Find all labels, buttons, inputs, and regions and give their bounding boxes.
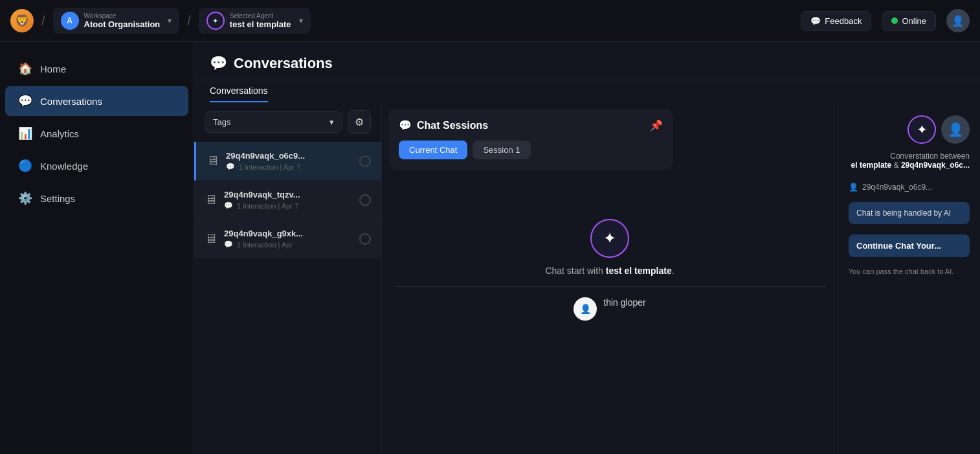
ai-badge-text: Chat is being handled by AI — [856, 209, 951, 218]
workspace-label: Workspace — [84, 12, 161, 19]
tags-dropdown[interactable]: Tags ▾ — [205, 111, 342, 133]
main-layout: 🏠 Home 💬 Conversations 📊 Analytics 🔵 Kno… — [0, 42, 980, 454]
conv-desktop-icon: 🖥 — [206, 153, 219, 168]
list-item[interactable]: 🖥 29q4n9vaqk_g9xk... 💬 1 Interaction | A… — [194, 220, 381, 258]
tab-current-chat[interactable]: Current Chat — [399, 141, 467, 159]
tab-session-1-label: Session 1 — [483, 145, 520, 155]
conv-interaction-icon: 💬 — [224, 240, 233, 249]
conv-item-checkbox[interactable] — [359, 194, 371, 206]
top-navigation: 🦁 / A Workspace Atoot Organisation ▾ / ✦… — [0, 0, 980, 42]
tab-current-chat-label: Current Chat — [409, 145, 457, 155]
online-status: Online — [882, 11, 936, 31]
chat-user-avatar: 👤 — [574, 297, 597, 321]
topnav-user-avatar[interactable]: 👤 — [946, 9, 970, 32]
analytics-icon: 📊 — [18, 126, 32, 141]
user-avatar: 🦁 — [10, 9, 34, 32]
chat-sessions-header: 💬 Chat Sessions 📌 — [399, 119, 663, 131]
continue-chat-label: Continue Chat Your... — [856, 241, 941, 251]
sidebar-home-label: Home — [40, 63, 66, 74]
conv-item-info: 29q4n9vaqk_g9xk... 💬 1 Interaction | Apr — [224, 229, 353, 249]
conv-item-checkbox[interactable] — [359, 233, 371, 245]
tab-session-1[interactable]: Session 1 — [473, 141, 530, 159]
feedback-button[interactable]: 💬 Feedback — [801, 11, 871, 31]
conversations-list: Tags ▾ ⚙ 🖥 29q4n9vaqk_o6c9... 💬 1 Intera… — [194, 102, 382, 454]
chat-sessions-tabs: Current Chat Session 1 — [399, 141, 663, 159]
page-title: 💬 Conversations — [210, 55, 964, 72]
workspace-selector[interactable]: A Workspace Atoot Organisation ▾ — [53, 8, 180, 34]
right-panel-user-id-short: 29q4n9vaqk_o6c... — [901, 161, 970, 170]
chat-sessions-title: 💬 Chat Sessions — [399, 119, 488, 131]
page-title-icon: 💬 — [210, 55, 227, 72]
right-panel-user-avatar: 👤 — [941, 115, 970, 144]
content-body: Tags ▾ ⚙ 🖥 29q4n9vaqk_o6c9... 💬 1 Intera… — [194, 102, 980, 454]
content-header: 💬 Conversations — [194, 42, 980, 80]
agent-label: Selected Agent — [230, 12, 291, 19]
tags-chevron-icon: ▾ — [329, 117, 334, 127]
right-panel-avatars: ✦ 👤 — [838, 102, 980, 152]
agent-info: Selected Agent test el template — [230, 12, 291, 29]
chat-sessions-panel: 💬 Chat Sessions 📌 Current Chat Session 1 — [388, 109, 673, 170]
chat-start-text: Chat start with test el template. — [545, 266, 674, 276]
tab-conversations[interactable]: Conversations — [210, 85, 268, 102]
conv-item-info: 29q4n9vaqk_o6c9... 💬 1 Interaction | Apr… — [226, 151, 353, 171]
content-area: 💬 Conversations Conversations Tags ▾ ⚙ — [194, 42, 980, 454]
conv-item-info: 29q4n9vaqk_tqzv... 💬 1 Interaction | Apr… — [224, 190, 353, 210]
settings-icon: ⚙️ — [18, 191, 32, 205]
chat-message-text: thin gloper — [603, 297, 645, 308]
sidebar-item-settings[interactable]: ⚙️ Settings — [5, 183, 188, 213]
right-panel-agent-avatar: ✦ — [908, 115, 936, 144]
agent-chevron-icon: ▾ — [299, 16, 303, 25]
conv-item-checkbox[interactable] — [359, 155, 371, 167]
right-panel-user-id-full: 29q4n9vaqk_o6c9... — [862, 183, 932, 192]
tags-label: Tags — [213, 117, 230, 127]
sidebar: 🏠 Home 💬 Conversations 📊 Analytics 🔵 Kno… — [0, 42, 194, 454]
agent-icon: ✦ — [206, 12, 225, 30]
conv-interaction-icon: 💬 — [226, 163, 235, 171]
agent-selector[interactable]: ✦ Selected Agent test el template ▾ — [199, 8, 311, 34]
workspace-icon: A — [61, 12, 79, 30]
sidebar-item-analytics[interactable]: 📊 Analytics — [5, 119, 188, 148]
conv-desktop-icon: 🖥 — [205, 192, 217, 207]
separator-1: / — [41, 14, 45, 28]
workspace-chevron-icon: ▾ — [168, 16, 172, 25]
knowledge-icon: 🔵 — [18, 159, 32, 173]
right-panel: ✦ 👤 Converstation between el template & … — [838, 102, 980, 454]
chat-message-row: 👤 thin gloper — [561, 297, 658, 321]
list-item[interactable]: 🖥 29q4n9vaqk_o6c9... 💬 1 Interaction | A… — [194, 142, 381, 181]
sidebar-item-home[interactable]: 🏠 Home — [5, 54, 188, 84]
conv-item-meta: 💬 1 Interaction | Apr — [224, 240, 353, 249]
sidebar-item-conversations[interactable]: 💬 Conversations — [5, 86, 188, 116]
filter-button[interactable]: ⚙ — [348, 110, 371, 134]
pin-icon[interactable]: 📌 — [650, 119, 663, 131]
continue-chat-button[interactable]: Continue Chat Your... — [849, 234, 970, 257]
feedback-icon: 💬 — [810, 16, 821, 26]
user-person-icon: 👤 — [849, 183, 858, 192]
ai-badge: Chat is being handled by AI — [849, 202, 970, 224]
right-panel-user-id-row: 👤 29q4n9vaqk_o6c9... — [838, 177, 980, 197]
conv-filters: Tags ▾ ⚙ — [194, 102, 381, 142]
conv-item-id: 29q4n9vaqk_g9xk... — [224, 229, 353, 238]
right-panel-agent-name: el template — [851, 161, 892, 170]
chat-panel: 💬 Chat Sessions 📌 Current Chat Session 1 — [382, 102, 838, 454]
sidebar-conversations-label: Conversations — [40, 96, 102, 107]
conv-desktop-icon: 🖥 — [205, 231, 217, 246]
feedback-label: Feedback — [825, 16, 862, 26]
conv-item-id: 29q4n9vaqk_o6c9... — [226, 151, 353, 161]
conv-item-id: 29q4n9vaqk_tqzv... — [224, 190, 353, 199]
pass-text: You can pass the chat back to AI. — [838, 262, 980, 280]
sidebar-analytics-label: Analytics — [40, 128, 79, 139]
workspace-info: Workspace Atoot Organisation — [84, 12, 161, 29]
page-title-text: Conversations — [234, 55, 333, 72]
list-item[interactable]: 🖥 29q4n9vaqk_tqzv... 💬 1 Interaction | A… — [194, 181, 381, 220]
sidebar-knowledge-label: Knowledge — [40, 161, 88, 172]
chat-content: ✦ Chat start with test el template. 👤 th… — [382, 167, 838, 334]
conversations-icon: 💬 — [18, 94, 32, 108]
agent-name: test el template — [230, 19, 291, 29]
chat-agent-name: test el template — [606, 266, 672, 276]
conv-item-meta: 💬 1 Interaction | Apr 7 — [224, 201, 353, 210]
chat-agent-avatar: ✦ — [590, 219, 629, 258]
chat-divider — [395, 286, 825, 287]
sidebar-settings-label: Settings — [40, 193, 75, 204]
content-tabs: Conversations — [194, 80, 980, 102]
sidebar-item-knowledge[interactable]: 🔵 Knowledge — [5, 151, 188, 181]
